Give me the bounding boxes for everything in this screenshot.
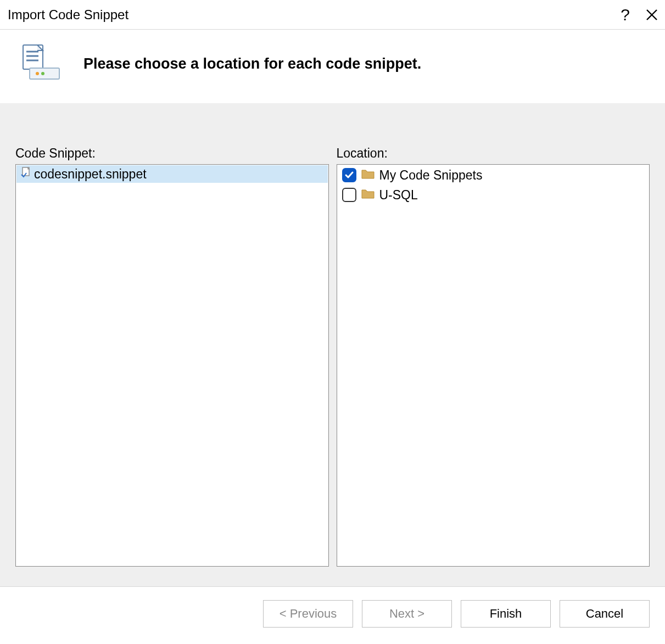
help-icon[interactable]: ? (621, 7, 630, 23)
titlebar: Import Code Snippet ? (0, 0, 665, 30)
snippet-panel-label: Code Snippet: (15, 146, 329, 161)
close-icon[interactable] (645, 8, 658, 21)
import-code-snippet-dialog: Import Code Snippet ? Please choose (0, 0, 665, 644)
wizard-header: Please choose a location for each code s… (0, 30, 665, 103)
window-controls: ? (621, 7, 658, 23)
location-panel: Location: My Code Snippets U (337, 146, 650, 567)
snippet-file-icon (20, 166, 32, 182)
location-item-name: My Code Snippets (379, 168, 483, 183)
cancel-button[interactable]: Cancel (560, 600, 650, 628)
location-checkbox[interactable] (342, 188, 356, 202)
location-item-name: U-SQL (379, 188, 418, 203)
snippet-panel: Code Snippet: codesnippet.snippet (15, 146, 329, 567)
dialog-title: Import Code Snippet (8, 7, 128, 23)
finish-button[interactable]: Finish (461, 600, 551, 628)
snippet-item[interactable]: codesnippet.snippet (16, 165, 328, 183)
snippet-listbox[interactable]: codesnippet.snippet (15, 164, 329, 567)
location-item-my-code-snippets[interactable]: My Code Snippets (338, 165, 649, 185)
folder-icon (361, 187, 375, 203)
snippet-item-name: codesnippet.snippet (34, 167, 147, 182)
previous-button[interactable]: < Previous (263, 600, 353, 628)
wizard-body: Code Snippet: codesnippet.snippet Locati… (0, 103, 665, 586)
next-button[interactable]: Next > (362, 600, 452, 628)
import-snippet-wizard-icon (13, 44, 62, 83)
location-checkbox[interactable] (342, 168, 356, 182)
svg-point-5 (36, 72, 39, 75)
wizard-footer: < Previous Next > Finish Cancel (0, 586, 665, 644)
location-item-u-sql[interactable]: U-SQL (338, 185, 649, 205)
location-listbox[interactable]: My Code Snippets U-SQL (337, 164, 650, 567)
svg-point-6 (41, 72, 44, 75)
folder-icon (361, 167, 375, 183)
location-panel-label: Location: (337, 146, 650, 161)
wizard-heading: Please choose a location for each code s… (83, 55, 421, 72)
